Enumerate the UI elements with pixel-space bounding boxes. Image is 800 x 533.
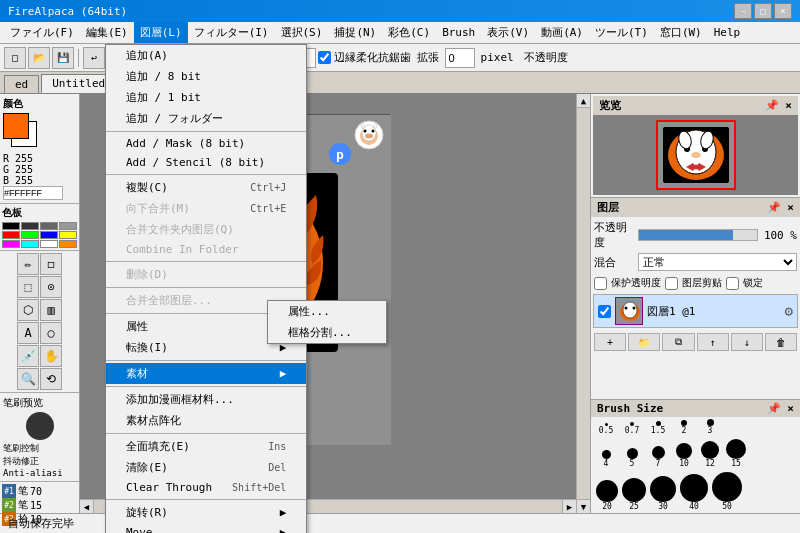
menu-edit[interactable]: 編集(E) [80, 22, 134, 43]
brush-size-pin[interactable]: 📌 × [767, 402, 794, 415]
brush-item-5[interactable]: 5 [621, 448, 643, 468]
submenu-grid-split[interactable]: 框格分割... [268, 322, 386, 343]
palette-cell[interactable] [59, 231, 77, 239]
palette-cell[interactable] [40, 222, 58, 230]
scroll-down[interactable]: ▼ [577, 499, 590, 513]
menu-combine-folder[interactable]: Combine In Folder [106, 240, 306, 259]
layer-visible-checkbox[interactable] [598, 305, 611, 318]
toolbar-new[interactable]: □ [4, 47, 26, 69]
tool-hand[interactable]: ✋ [40, 345, 62, 367]
protect-alpha-checkbox[interactable] [594, 277, 607, 290]
tool-zoom[interactable]: 🔍 [17, 368, 39, 390]
layers-pin[interactable]: 📌 × [767, 201, 794, 214]
tool-gradient[interactable]: ▥ [40, 299, 62, 321]
tool-select[interactable]: ⬚ [17, 276, 39, 298]
palette-cell[interactable] [21, 231, 39, 239]
menu-add-stencil[interactable]: Add / Stencil (8 bit) [106, 153, 306, 172]
preview-pin[interactable]: 📌 × [765, 99, 792, 112]
scroll-right[interactable]: ▶ [562, 500, 576, 513]
close-button[interactable]: × [774, 3, 792, 19]
brush-item-15[interactable]: 15 [725, 439, 747, 468]
toolbar-save[interactable]: 💾 [52, 47, 74, 69]
maximize-button[interactable]: □ [754, 3, 772, 19]
menu-brush[interactable]: Brush [436, 22, 481, 43]
brush-item-7[interactable]: 7 [647, 446, 669, 468]
tab-ed[interactable]: ed [4, 75, 39, 93]
brush-item-05[interactable]: 0.5 [595, 423, 617, 435]
layer-menu[interactable]: 追加(A) 追加 / 8 bit 追加 / 1 bit 追加 / フォルダー A… [105, 44, 307, 533]
submenu-properties[interactable]: 属性... [268, 301, 386, 322]
menu-animation[interactable]: 動画(A) [535, 22, 589, 43]
menu-window[interactable]: 窓口(W) [654, 22, 708, 43]
brush-item-3[interactable]: 3 [699, 419, 721, 435]
toolbar-undo[interactable]: ↩ [83, 47, 105, 69]
blend-select[interactable]: 正常 [638, 253, 797, 271]
tool-shape[interactable]: ○ [40, 322, 62, 344]
hex-input[interactable] [3, 186, 63, 200]
fg-color-swatch[interactable] [3, 113, 29, 139]
brush-item-30[interactable]: 30 [649, 476, 677, 511]
palette-cell[interactable] [59, 240, 77, 248]
menu-delete[interactable]: 删除(D) [106, 264, 306, 285]
palette-cell[interactable] [40, 231, 58, 239]
opacity-slider[interactable] [638, 229, 758, 241]
menu-view[interactable]: 表示(V) [481, 22, 535, 43]
menu-layer[interactable]: 図層(L) [134, 22, 188, 43]
tool-eraser[interactable]: ◻ [40, 253, 62, 275]
menu-filter[interactable]: フィルター(I) [188, 22, 275, 43]
brush-item-4[interactable]: 4 [595, 450, 617, 468]
brush-item-50[interactable]: 50 [711, 472, 743, 511]
layer-settings-icon[interactable]: ⚙ [785, 303, 793, 319]
layer-item[interactable]: 図層1 @1 ⚙ [593, 294, 798, 328]
menu-help[interactable]: Help [708, 22, 747, 43]
add-folder-btn[interactable]: 📁 [628, 333, 660, 351]
menu-add-1bit[interactable]: 追加 / 1 bit [106, 87, 306, 108]
brush-item-40[interactable]: 40 [679, 474, 709, 511]
expand-input[interactable] [445, 48, 475, 68]
add-layer-btn[interactable]: + [594, 333, 626, 351]
tool-eyedropper[interactable]: 💉 [17, 345, 39, 367]
menu-add-manga-frame[interactable]: 添加加漫画框材料... [106, 389, 306, 410]
tool-text[interactable]: A [17, 322, 39, 344]
brush-item-12[interactable]: 12 [699, 441, 721, 468]
menu-tools[interactable]: ツール(T) [589, 22, 654, 43]
tool-lasso[interactable]: ⊙ [40, 276, 62, 298]
scroll-up[interactable]: ▲ [577, 94, 590, 108]
tool-rotate[interactable]: ⟲ [40, 368, 62, 390]
lock-checkbox[interactable] [726, 277, 739, 290]
palette-cell[interactable] [2, 222, 20, 230]
menu-add-mask[interactable]: Add / Mask (8 bit) [106, 134, 306, 153]
move-up-btn[interactable]: ↑ [697, 333, 729, 351]
delete-layer-btn[interactable]: 🗑 [765, 333, 797, 351]
brush-item-10[interactable]: 10 [673, 443, 695, 468]
palette-cell[interactable] [59, 222, 77, 230]
palette-cell[interactable] [2, 240, 20, 248]
antialiasing-checkbox[interactable] [318, 51, 331, 64]
palette-cell[interactable] [21, 222, 39, 230]
menu-merge-down[interactable]: 向下合并(M) Ctrl+E [106, 198, 306, 219]
menu-rotate[interactable]: 旋转(R) ▶ [106, 502, 306, 523]
brush-item-20[interactable]: 20 [595, 480, 619, 511]
brush-item-25[interactable]: 25 [621, 478, 647, 511]
menu-add-8bit[interactable]: 追加 / 8 bit [106, 66, 306, 87]
tool-pencil[interactable]: ✏ [17, 253, 39, 275]
toolbar-open[interactable]: 📂 [28, 47, 50, 69]
menu-file[interactable]: ファイル(F) [4, 22, 80, 43]
palette-cell[interactable] [21, 240, 39, 248]
v-scrollbar[interactable]: ▲ ▼ [576, 94, 590, 513]
palette-cell[interactable] [2, 231, 20, 239]
menu-snap[interactable]: 捕捉(N) [328, 22, 382, 43]
minimize-button[interactable]: － [734, 3, 752, 19]
menu-duplicate[interactable]: 複製(C) Ctrl+J [106, 177, 306, 198]
menu-add-folder[interactable]: 追加 / フォルダー [106, 108, 306, 129]
menu-clear[interactable]: 清除(E) Del [106, 457, 306, 478]
clip-checkbox[interactable] [665, 277, 678, 290]
menu-fill[interactable]: 全面填充(E) Ins [106, 436, 306, 457]
move-down-btn[interactable]: ↓ [731, 333, 763, 351]
scroll-track-v[interactable] [577, 108, 590, 499]
brush-item-2[interactable]: 2 [673, 420, 695, 435]
menu-select[interactable]: 選択(S) [275, 22, 329, 43]
scroll-left[interactable]: ◀ [80, 500, 94, 513]
menu-material[interactable]: 素材 ▶ [106, 363, 306, 384]
duplicate-layer-btn[interactable]: ⧉ [662, 333, 694, 351]
